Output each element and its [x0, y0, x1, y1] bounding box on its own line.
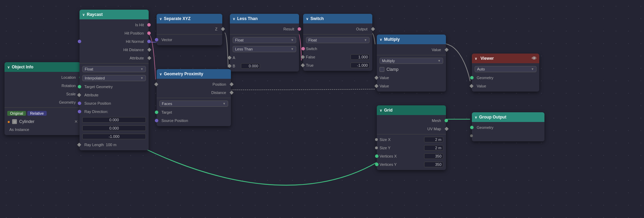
label-value2-in: Value	[380, 84, 443, 88]
socket-target-geo-in	[78, 85, 81, 88]
dropdown-float[interactable]: Float ▼	[80, 65, 149, 74]
input-ray-z-field[interactable]: -1.000	[82, 134, 146, 139]
label-z-out: Z	[159, 27, 220, 31]
row-viewer-geo-in: Geometry	[472, 74, 539, 82]
label-switch-in: Switch	[306, 47, 370, 51]
node-object-info-title: Object Info	[12, 65, 34, 69]
row-viewer-val-in: Value	[472, 82, 539, 90]
row-b-input: B 0.000	[230, 62, 299, 70]
row-target-geometry: Target Geometry	[80, 83, 149, 91]
label-a: A	[233, 56, 240, 60]
node-multiply-body: Value Multiply ▼ Clamp Value Value	[377, 44, 446, 92]
label-ray-direction: Ray Direction:	[82, 110, 146, 114]
input-sizey-value[interactable]: 2 m	[424, 145, 443, 151]
chevron-icon-sep: ∨	[159, 17, 162, 21]
dropdown-lt-op-select[interactable]: Less Than ▼	[233, 46, 296, 52]
node-object-info: ∨ Object Info Location Rotation Scale Ge…	[4, 62, 81, 135]
eye-icon-viewer[interactable]: 👁	[532, 56, 536, 61]
socket-source-pos-in	[78, 102, 81, 105]
chevron-icon-sw: ∨	[306, 17, 308, 21]
label-vector-in: Vector	[159, 38, 220, 42]
input-verty-value[interactable]: 350	[424, 162, 443, 167]
input-ray-x-field[interactable]: 0.000	[82, 117, 146, 123]
label-verty-in: Vertices Y	[380, 162, 423, 167]
dropdown-interpolated[interactable]: Interpolated ▼	[80, 74, 149, 83]
dropdown-mul-op-select[interactable]: Multiply ▼	[380, 58, 443, 64]
dropdown-sw-float-select[interactable]: Float ▼	[306, 37, 370, 43]
label-viewer-geo-in: Geometry	[475, 76, 536, 80]
dropdown-interpolated-label: Interpolated	[85, 76, 105, 80]
label-hit-distance: Hit Distance	[82, 48, 146, 52]
label-attribute-out: Attribute	[82, 56, 146, 60]
close-icon[interactable]: ✕	[74, 119, 78, 124]
label-value-out: Value	[380, 48, 443, 52]
dropdown-interpolated-select[interactable]: Interpolated ▼	[82, 75, 146, 81]
node-geo-proximity-title: Geometry Proximity	[164, 72, 203, 76]
dropdown-gp-arrow: ▼	[223, 102, 226, 105]
dropdown-float-label: Float	[85, 67, 93, 71]
input-ray-y-field[interactable]: 0.000	[82, 125, 146, 131]
input-false-value[interactable]: 1.000	[351, 54, 370, 60]
cylinder-icon: □	[12, 119, 17, 124]
node-separate-xyz-title: Separate XYZ	[164, 16, 190, 21]
row-is-hit: Is Hit	[80, 21, 149, 29]
dropdown-viewer-mode[interactable]: Auto ▼	[472, 65, 539, 74]
socket-hit-position	[147, 31, 151, 35]
node-raycast-body: Is Hit Hit Position Hit Normal Hit Dista…	[80, 19, 149, 150]
dropdown-float-select[interactable]: Float ▼	[82, 66, 146, 72]
label-go-geo-in: Geometry	[475, 125, 542, 130]
label-clamp: Clamp	[386, 67, 399, 72]
socket-target-in	[155, 111, 158, 114]
btn-original[interactable]: Original	[7, 111, 26, 116]
dropdown-mul-op[interactable]: Multiply ▼	[377, 56, 446, 65]
node-grid-title: Grid	[384, 108, 393, 113]
row-attribute: Attribute	[80, 54, 149, 62]
input-vertx-value[interactable]: 350	[424, 153, 443, 159]
dropdown-sw-float[interactable]: Float ▼	[303, 36, 372, 45]
row-clamp: Clamp	[377, 65, 446, 74]
label-is-hit: Is Hit	[82, 23, 146, 27]
row-sizey-in: Size Y 2 m	[377, 144, 446, 152]
row-go-placeholder	[472, 132, 544, 140]
label-sizex-in: Size X	[380, 138, 423, 142]
label-asinstance: As Instance	[7, 127, 78, 132]
dropdown-gp-faces-label: Faces	[162, 102, 172, 106]
row-ray-direction-label: Ray Direction:	[80, 107, 149, 116]
dropdown-lt-op[interactable]: Less Than ▼	[230, 45, 299, 54]
node-less-than-title: Less Than	[237, 16, 258, 21]
row-vector-in: Vector	[157, 36, 222, 44]
dropdown-lt-float-select[interactable]: Float ▼	[233, 37, 296, 43]
row-source-pos-in: Source Position	[157, 116, 231, 125]
node-less-than-body: Result Float ▼ Less Than ▼ A B 0.000	[230, 23, 299, 72]
dropdown-gp-faces-select[interactable]: Faces ▼	[159, 101, 228, 107]
input-true-value[interactable]: -1.000	[351, 63, 370, 68]
node-switch-header: ∨ Switch	[303, 14, 372, 23]
dropdown-gp-faces[interactable]: Faces ▼	[157, 99, 231, 108]
socket-mesh-out	[445, 119, 448, 122]
chevron-icon-raycast: ∨	[82, 13, 85, 17]
input-ray-z[interactable]: -1.000	[80, 132, 149, 141]
node-less-than-header: ∨ Less Than	[230, 14, 299, 23]
row-hit-position: Hit Position	[80, 29, 149, 37]
node-multiply-title: Multiply	[384, 37, 400, 42]
socket-go-geo-in	[470, 126, 474, 129]
dropdown-viewer-arrow: ▼	[531, 67, 534, 71]
node-group-output-body: Geometry	[472, 122, 544, 141]
input-b-value[interactable]: 0.000	[241, 63, 260, 69]
input-ray-y[interactable]: 0.000	[80, 124, 149, 132]
row-false-in: False 1.000	[303, 53, 372, 61]
btn-relative[interactable]: Relative	[27, 111, 47, 116]
dropdown-row-buttons: Original Relative	[4, 109, 81, 118]
dropdown-lt-float[interactable]: Float ▼	[230, 36, 299, 45]
socket-hit-normal-in	[78, 40, 81, 43]
label-b: B	[233, 64, 240, 68]
chevron-icon-mul: ∨	[380, 38, 382, 41]
checkbox-clamp[interactable]	[380, 67, 384, 72]
dropdown-viewer-mode-select[interactable]: Auto ▼	[475, 66, 536, 72]
input-sizex-value[interactable]: 2 m	[424, 137, 443, 142]
dropdown-lt-arrow2: ▼	[291, 47, 294, 51]
label-hit-normal: Hit Normal	[82, 39, 146, 44]
label-mesh-out: Mesh	[380, 119, 443, 123]
input-ray-x[interactable]: 0.000	[80, 116, 149, 124]
row-value1-in: Value	[377, 74, 446, 82]
